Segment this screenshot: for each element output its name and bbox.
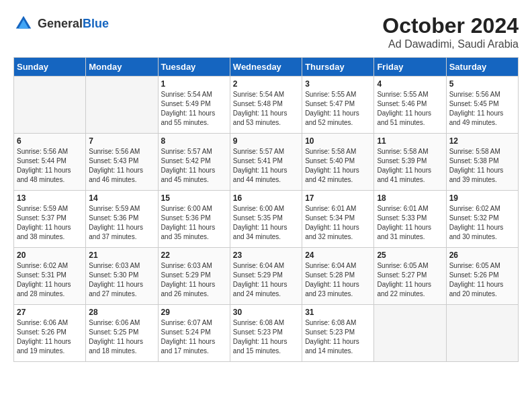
calendar-cell: 19Sunrise: 6:02 AMSunset: 5:32 PMDayligh… — [446, 191, 518, 248]
calendar-cell: 6Sunrise: 5:56 AMSunset: 5:44 PMDaylight… — [14, 134, 86, 191]
day-number: 12 — [449, 136, 515, 146]
day-number: 5 — [449, 79, 515, 89]
day-number: 9 — [233, 136, 299, 146]
day-info: Sunrise: 5:54 AMSunset: 5:48 PMDaylight:… — [233, 90, 299, 128]
day-number: 28 — [89, 308, 154, 317]
day-info: Sunrise: 6:02 AMSunset: 5:31 PMDaylight:… — [17, 261, 83, 299]
day-number: 13 — [17, 193, 83, 203]
day-number: 1 — [161, 79, 227, 89]
title-section: October 2024 Ad Dawadimi, Saudi Arabia — [382, 13, 519, 50]
weekday-header: Wednesday — [230, 58, 302, 77]
calendar-cell — [446, 305, 518, 362]
calendar-table: SundayMondayTuesdayWednesdayThursdayFrid… — [13, 57, 519, 362]
day-number: 26 — [449, 250, 515, 260]
logo-icon — [13, 13, 34, 34]
day-number: 31 — [305, 308, 371, 317]
day-info: Sunrise: 6:04 AMSunset: 5:29 PMDaylight:… — [233, 261, 299, 299]
logo-general: GeneralBlue — [38, 17, 109, 30]
day-number: 6 — [17, 136, 83, 146]
calendar-week-row: 27Sunrise: 6:06 AMSunset: 5:26 PMDayligh… — [14, 305, 519, 362]
day-info: Sunrise: 6:03 AMSunset: 5:29 PMDaylight:… — [161, 261, 227, 299]
day-number: 25 — [377, 250, 443, 260]
calendar-cell: 26Sunrise: 6:05 AMSunset: 5:26 PMDayligh… — [446, 248, 518, 305]
day-info: Sunrise: 5:55 AMSunset: 5:46 PMDaylight:… — [377, 90, 443, 128]
calendar-cell: 2Sunrise: 5:54 AMSunset: 5:48 PMDaylight… — [230, 77, 302, 134]
day-number: 2 — [233, 79, 299, 89]
day-number: 16 — [233, 193, 299, 203]
calendar-cell: 12Sunrise: 5:58 AMSunset: 5:38 PMDayligh… — [446, 134, 518, 191]
calendar-cell: 28Sunrise: 6:06 AMSunset: 5:25 PMDayligh… — [86, 305, 158, 362]
calendar-cell: 20Sunrise: 6:02 AMSunset: 5:31 PMDayligh… — [14, 248, 86, 305]
calendar-cell: 18Sunrise: 6:01 AMSunset: 5:33 PMDayligh… — [374, 191, 446, 248]
day-number: 7 — [89, 136, 154, 146]
calendar-cell: 23Sunrise: 6:04 AMSunset: 5:29 PMDayligh… — [230, 248, 302, 305]
calendar-cell: 31Sunrise: 6:08 AMSunset: 5:23 PMDayligh… — [302, 305, 374, 362]
calendar-week-row: 1Sunrise: 5:54 AMSunset: 5:49 PMDaylight… — [14, 77, 519, 134]
day-number: 14 — [89, 193, 154, 203]
day-info: Sunrise: 5:56 AMSunset: 5:43 PMDaylight:… — [89, 147, 154, 185]
calendar-cell: 17Sunrise: 6:01 AMSunset: 5:34 PMDayligh… — [302, 191, 374, 248]
weekday-header: Monday — [86, 58, 158, 77]
calendar-cell: 15Sunrise: 6:00 AMSunset: 5:36 PMDayligh… — [158, 191, 230, 248]
calendar-cell: 7Sunrise: 5:56 AMSunset: 5:43 PMDaylight… — [86, 134, 158, 191]
weekday-header: Saturday — [446, 58, 518, 77]
calendar-cell: 25Sunrise: 6:05 AMSunset: 5:27 PMDayligh… — [374, 248, 446, 305]
calendar-cell: 8Sunrise: 5:57 AMSunset: 5:42 PMDaylight… — [158, 134, 230, 191]
weekday-header: Thursday — [302, 58, 374, 77]
calendar-week-row: 20Sunrise: 6:02 AMSunset: 5:31 PMDayligh… — [14, 248, 519, 305]
day-number: 4 — [377, 79, 443, 89]
day-number: 20 — [17, 250, 83, 260]
day-number: 15 — [161, 193, 227, 203]
calendar-cell: 3Sunrise: 5:55 AMSunset: 5:47 PMDaylight… — [302, 77, 374, 134]
day-info: Sunrise: 5:58 AMSunset: 5:39 PMDaylight:… — [377, 147, 443, 185]
calendar-cell: 30Sunrise: 6:08 AMSunset: 5:23 PMDayligh… — [230, 305, 302, 362]
day-info: Sunrise: 6:00 AMSunset: 5:36 PMDaylight:… — [161, 204, 227, 242]
day-number: 11 — [377, 136, 443, 146]
day-number: 8 — [161, 136, 227, 146]
calendar-cell — [14, 77, 86, 134]
day-info: Sunrise: 5:57 AMSunset: 5:41 PMDaylight:… — [233, 147, 299, 185]
day-info: Sunrise: 6:00 AMSunset: 5:35 PMDaylight:… — [233, 204, 299, 242]
day-info: Sunrise: 5:56 AMSunset: 5:45 PMDaylight:… — [449, 90, 515, 128]
day-number: 24 — [305, 250, 371, 260]
weekday-header: Sunday — [14, 58, 86, 77]
day-info: Sunrise: 6:03 AMSunset: 5:30 PMDaylight:… — [89, 261, 154, 299]
calendar-cell: 29Sunrise: 6:07 AMSunset: 5:24 PMDayligh… — [158, 305, 230, 362]
calendar-cell: 22Sunrise: 6:03 AMSunset: 5:29 PMDayligh… — [158, 248, 230, 305]
logo: GeneralBlue — [13, 13, 109, 34]
calendar-cell: 5Sunrise: 5:56 AMSunset: 5:45 PMDaylight… — [446, 77, 518, 134]
day-number: 18 — [377, 193, 443, 203]
day-number: 22 — [161, 250, 227, 260]
day-info: Sunrise: 6:01 AMSunset: 5:34 PMDaylight:… — [305, 204, 371, 242]
day-number: 19 — [449, 193, 515, 203]
day-info: Sunrise: 6:05 AMSunset: 5:27 PMDaylight:… — [377, 261, 443, 299]
day-info: Sunrise: 5:59 AMSunset: 5:36 PMDaylight:… — [89, 204, 154, 242]
day-number: 23 — [233, 250, 299, 260]
calendar-cell: 21Sunrise: 6:03 AMSunset: 5:30 PMDayligh… — [86, 248, 158, 305]
calendar-cell: 1Sunrise: 5:54 AMSunset: 5:49 PMDaylight… — [158, 77, 230, 134]
day-number: 30 — [233, 308, 299, 317]
day-info: Sunrise: 6:08 AMSunset: 5:23 PMDaylight:… — [305, 318, 371, 356]
day-info: Sunrise: 6:08 AMSunset: 5:23 PMDaylight:… — [233, 318, 299, 356]
calendar-week-row: 6Sunrise: 5:56 AMSunset: 5:44 PMDaylight… — [14, 134, 519, 191]
day-info: Sunrise: 5:58 AMSunset: 5:40 PMDaylight:… — [305, 147, 371, 185]
calendar-cell: 16Sunrise: 6:00 AMSunset: 5:35 PMDayligh… — [230, 191, 302, 248]
page-header: GeneralBlue October 2024 Ad Dawadimi, Sa… — [13, 13, 519, 50]
weekday-header: Tuesday — [158, 58, 230, 77]
weekday-header: Friday — [374, 58, 446, 77]
calendar-cell: 4Sunrise: 5:55 AMSunset: 5:46 PMDaylight… — [374, 77, 446, 134]
month-title: October 2024 — [382, 13, 519, 38]
calendar-week-row: 13Sunrise: 5:59 AMSunset: 5:37 PMDayligh… — [14, 191, 519, 248]
day-info: Sunrise: 5:56 AMSunset: 5:44 PMDaylight:… — [17, 147, 83, 185]
day-info: Sunrise: 5:58 AMSunset: 5:38 PMDaylight:… — [449, 147, 515, 185]
day-info: Sunrise: 6:06 AMSunset: 5:25 PMDaylight:… — [89, 318, 154, 356]
calendar-cell — [374, 305, 446, 362]
calendar-cell — [86, 77, 158, 134]
calendar-cell: 9Sunrise: 5:57 AMSunset: 5:41 PMDaylight… — [230, 134, 302, 191]
calendar-cell: 13Sunrise: 5:59 AMSunset: 5:37 PMDayligh… — [14, 191, 86, 248]
calendar-cell: 11Sunrise: 5:58 AMSunset: 5:39 PMDayligh… — [374, 134, 446, 191]
day-number: 3 — [305, 79, 371, 89]
location-title: Ad Dawadimi, Saudi Arabia — [382, 38, 519, 50]
day-info: Sunrise: 6:06 AMSunset: 5:26 PMDaylight:… — [17, 318, 83, 356]
day-info: Sunrise: 6:05 AMSunset: 5:26 PMDaylight:… — [449, 261, 515, 299]
